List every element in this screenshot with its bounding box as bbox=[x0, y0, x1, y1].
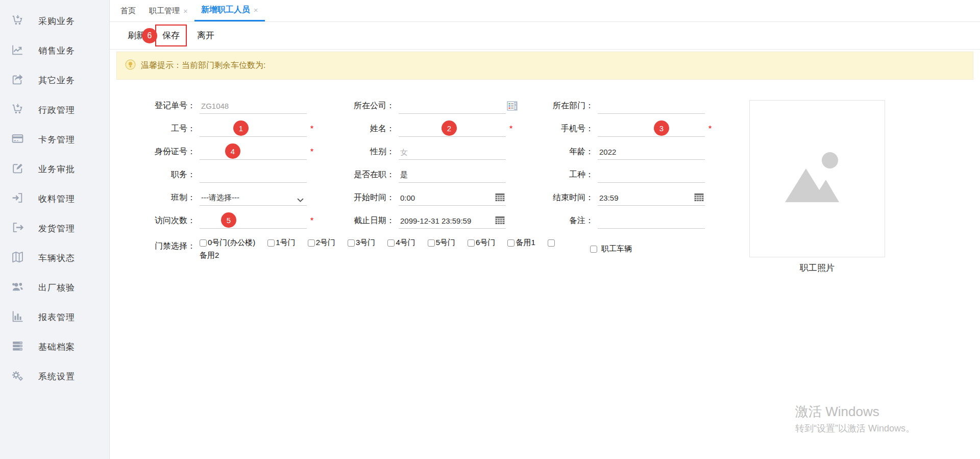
calendar-icon[interactable] bbox=[495, 216, 505, 225]
shift-selected-value: ---请选择--- bbox=[201, 193, 239, 203]
field-visit-count: 访问次数： 5 * bbox=[113, 213, 312, 229]
sidebar-item-approval[interactable]: 业务审批 bbox=[0, 154, 109, 184]
leave-button[interactable]: 离开 bbox=[197, 30, 214, 41]
gears-icon bbox=[11, 369, 24, 384]
gender-input[interactable] bbox=[400, 148, 504, 156]
work-type-input[interactable] bbox=[599, 171, 703, 179]
field-reg-no: 登记单号： bbox=[113, 98, 312, 114]
line-chart-icon bbox=[11, 43, 24, 58]
staff-vehicle-checkbox[interactable] bbox=[590, 246, 597, 253]
sidebar-item-label: 报表管理 bbox=[38, 311, 75, 323]
mobile-input[interactable] bbox=[599, 125, 703, 133]
sidebar-item-factory-check[interactable]: 出厂核验 bbox=[0, 273, 109, 302]
notice-text: 温馨提示：当前部门剩余车位数为: bbox=[141, 60, 265, 71]
chevron-down-icon bbox=[297, 196, 304, 200]
photo-upload-box[interactable] bbox=[749, 100, 885, 257]
staff-photo-section: 职工照片 bbox=[749, 100, 885, 274]
age-input[interactable] bbox=[599, 148, 703, 156]
sidebar-item-system-settings[interactable]: 系统设置 bbox=[0, 361, 109, 391]
sidebar-item-label: 卡务管理 bbox=[38, 134, 75, 146]
shift-select[interactable]: ---请选择--- bbox=[200, 190, 307, 206]
gate-checkbox[interactable] bbox=[507, 239, 514, 247]
id-card-input[interactable] bbox=[201, 148, 305, 156]
field-shift: 班制： ---请选择--- bbox=[113, 190, 312, 206]
work-no-input[interactable] bbox=[201, 125, 305, 133]
field-remark: 备注： bbox=[511, 213, 710, 229]
gate-option-2[interactable]: 2号门 bbox=[308, 238, 335, 248]
tab-staff-management[interactable]: 职工管理 × bbox=[142, 0, 194, 21]
field-name: 姓名： 2 * bbox=[312, 121, 511, 137]
image-placeholder-icon bbox=[781, 149, 853, 208]
annotation-badge-2: 2 bbox=[442, 120, 457, 136]
gate-checkbox[interactable] bbox=[308, 239, 315, 247]
employed-input[interactable] bbox=[400, 171, 504, 179]
gate-checkbox[interactable] bbox=[468, 239, 475, 247]
field-label: 截止日期： bbox=[312, 215, 395, 226]
field-work-type: 工种： bbox=[511, 167, 710, 183]
gate-option-4[interactable]: 4号门 bbox=[387, 238, 415, 248]
gate-checkbox[interactable] bbox=[428, 239, 435, 247]
users-icon bbox=[11, 280, 24, 295]
position-input[interactable] bbox=[201, 171, 305, 179]
tab-add-staff[interactable]: 新增职工人员 × bbox=[194, 0, 265, 21]
gate-option-1[interactable]: 1号门 bbox=[267, 238, 295, 248]
department-input[interactable] bbox=[599, 102, 703, 110]
gate-checkbox[interactable] bbox=[348, 239, 355, 247]
sidebar-item-label: 其它业务 bbox=[38, 75, 75, 86]
gate-option-backup1[interactable]: 备用1 bbox=[507, 238, 535, 248]
reg-no-input[interactable] bbox=[201, 102, 305, 110]
gate-checkbox[interactable] bbox=[200, 239, 207, 247]
sidebar-item-vehicle-status[interactable]: 车辆状态 bbox=[0, 243, 109, 273]
sidebar-item-admin[interactable]: 行政管理 bbox=[0, 95, 109, 125]
sidebar-item-label: 出厂核验 bbox=[38, 282, 75, 294]
tab-close-icon[interactable]: × bbox=[183, 7, 188, 15]
sidebar-item-sales[interactable]: 销售业务 bbox=[0, 36, 109, 65]
visit-count-input[interactable] bbox=[201, 216, 305, 225]
field-label: 姓名： bbox=[312, 124, 395, 134]
sidebar-item-material-receipt[interactable]: 收料管理 bbox=[0, 184, 109, 213]
watermark-line1: 激活 Windows bbox=[795, 403, 915, 421]
field-label: 是否在职： bbox=[312, 170, 395, 180]
annotation-badge-6: 6 bbox=[142, 28, 157, 43]
tab-bar: 首页 职工管理 × 新增职工人员 × bbox=[110, 0, 980, 22]
sidebar-item-shipping[interactable]: 发货管理 bbox=[0, 213, 109, 243]
save-button[interactable]: 保存 bbox=[162, 31, 180, 40]
gate-checkbox[interactable] bbox=[267, 239, 275, 247]
tab-close-icon[interactable]: × bbox=[254, 6, 258, 14]
main-content: 首页 职工管理 × 新增职工人员 × 刷新 保存 离开 6 温馨提示：当前部门剩… bbox=[110, 0, 980, 459]
credit-card-icon bbox=[11, 132, 24, 147]
start-time-input[interactable] bbox=[400, 194, 504, 202]
gate-checkbox[interactable] bbox=[387, 239, 395, 247]
gate-checkbox-backup2[interactable] bbox=[548, 239, 555, 247]
sidebar: 采购业务 销售业务 其它业务 行政管理 卡务管理 业务审批 收料管理 发货管理 bbox=[0, 0, 110, 459]
gate-option-3[interactable]: 3号门 bbox=[348, 238, 375, 248]
sidebar-item-purchasing[interactable]: 采购业务 bbox=[0, 6, 109, 36]
calendar-icon[interactable] bbox=[694, 193, 704, 202]
deadline-input[interactable] bbox=[400, 216, 504, 225]
sidebar-item-card-mgmt[interactable]: 卡务管理 bbox=[0, 125, 109, 154]
field-label: 开始时间： bbox=[312, 192, 395, 203]
sidebar-item-reports[interactable]: 报表管理 bbox=[0, 302, 109, 332]
staff-vehicle-option[interactable]: 职工车辆 bbox=[590, 244, 632, 254]
sidebar-item-other-business[interactable]: 其它业务 bbox=[0, 65, 109, 95]
tab-home[interactable]: 首页 bbox=[114, 0, 142, 21]
field-id-card: 身份证号： 4 * bbox=[113, 144, 312, 160]
field-label: 手机号： bbox=[511, 124, 594, 134]
field-end-time: 结束时间： bbox=[511, 190, 710, 206]
end-time-input[interactable] bbox=[599, 194, 703, 202]
gate-option-5[interactable]: 5号门 bbox=[428, 238, 455, 248]
sidebar-item-label: 车辆状态 bbox=[38, 252, 75, 264]
field-department: 所在部门： bbox=[511, 98, 710, 114]
sidebar-item-base-archives[interactable]: 基础档案 bbox=[0, 332, 109, 361]
company-input[interactable] bbox=[400, 102, 504, 110]
windows-activation-watermark: 激活 Windows 转到“设置”以激活 Windows。 bbox=[795, 403, 915, 434]
app-window: 采购业务 销售业务 其它业务 行政管理 卡务管理 业务审批 收料管理 发货管理 bbox=[0, 0, 980, 459]
share-icon bbox=[11, 73, 24, 88]
gate-option-6[interactable]: 6号门 bbox=[468, 238, 495, 248]
sidebar-item-label: 基础档案 bbox=[38, 341, 75, 353]
field-position: 职务： bbox=[113, 167, 312, 183]
calendar-icon[interactable] bbox=[495, 193, 505, 202]
gate-option-0[interactable]: 0号门(办公楼) bbox=[200, 238, 255, 248]
cart-arrow-down-icon bbox=[11, 14, 24, 29]
remark-input[interactable] bbox=[599, 216, 703, 225]
